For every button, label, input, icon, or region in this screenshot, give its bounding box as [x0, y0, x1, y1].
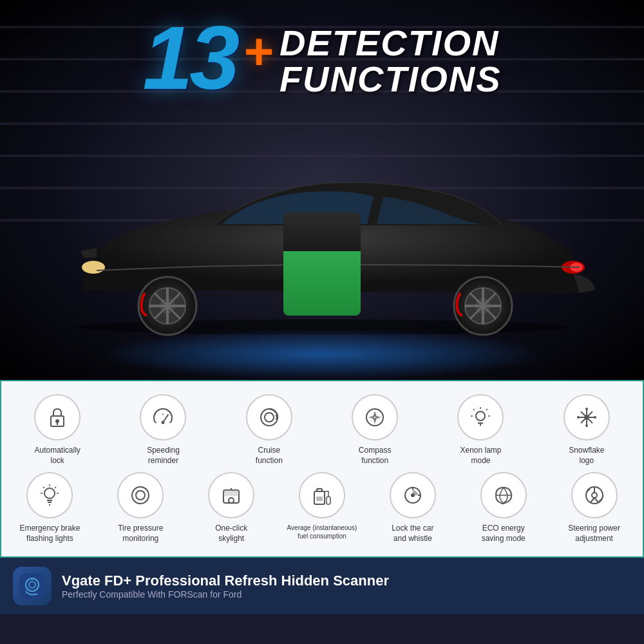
svg-point-27	[265, 413, 274, 422]
obd-device	[283, 213, 361, 316]
cruise-icon	[256, 404, 282, 430]
snowflake-icon-circle	[564, 394, 610, 440]
auto-lock-label: Automaticallylock	[34, 446, 80, 466]
features-row1: Automaticallylock Speedingreminder	[8, 394, 636, 466]
svg-point-62	[229, 498, 234, 503]
feature-xenon: Xenon lampmode	[431, 394, 530, 466]
svg-point-46	[577, 416, 580, 419]
svg-line-55	[43, 487, 44, 488]
footer-title: Vgate FD+ Professional Refresh Hidden Sc…	[62, 573, 389, 589]
lockwhistle-icon-circle	[390, 472, 436, 518]
feature-eco: ECO energysaving mode	[461, 472, 545, 544]
svg-point-19	[55, 419, 59, 423]
obd-top	[283, 213, 361, 251]
title-area: 13 + DETECTION FUNCTIONS	[0, 13, 644, 103]
tire-icon	[128, 482, 153, 508]
detection-line1: DETECTION	[279, 25, 500, 61]
speeding-icon-circle	[140, 394, 186, 440]
cruise-label: Cruisefunction	[256, 446, 283, 466]
svg-point-3	[82, 261, 105, 274]
svg-line-36	[473, 409, 475, 410]
big-number: 13	[142, 13, 236, 103]
eco-icon	[491, 482, 516, 508]
feature-auto-lock: Automaticallylock	[8, 394, 107, 466]
feature-snowflake: Snowflakelogo	[537, 394, 636, 466]
xenon-icon	[468, 404, 493, 430]
steering-icon-circle	[571, 472, 618, 518]
eco-label: ECO energysaving mode	[482, 524, 526, 544]
floor-glow	[97, 328, 547, 380]
feature-emergency: Emergency brakeflashing lights	[8, 472, 92, 544]
svg-point-49	[44, 488, 55, 498]
features-row2: Emergency brakeflashing lights Tire pres…	[8, 472, 636, 544]
tire-label: Tire pressuremonitoring	[118, 524, 163, 544]
feature-compass: Compassfunction	[325, 394, 424, 466]
xenon-label: Xenon lampmode	[460, 446, 501, 466]
bulb-icon	[37, 482, 62, 508]
fuel-icon	[309, 482, 335, 508]
snowflake-icon	[574, 404, 600, 430]
speedometer-icon	[150, 404, 176, 430]
obd-body	[283, 251, 361, 316]
svg-point-22	[162, 421, 165, 424]
detection-text: DETECTION FUNCTIONS	[279, 25, 502, 97]
svg-line-76	[591, 498, 594, 502]
feature-fuel: Average (instantaneous)fuel consumption	[280, 472, 365, 544]
snowflake-label: Snowflakelogo	[569, 446, 604, 466]
svg-point-45	[585, 424, 588, 427]
cruise-icon-circle	[246, 394, 292, 440]
detection-line2: FUNCTIONS	[279, 61, 502, 97]
footer-subtitle: Perfectly Compatible With FORScan for Fo…	[62, 589, 389, 600]
skylight-label: One-clickskylight	[215, 524, 247, 544]
skylight-icon	[218, 482, 244, 508]
tire-icon-circle	[117, 472, 164, 518]
feature-lockwhistle: Lock the carand whistle	[370, 472, 455, 544]
bottom-section: Vgate FD+ Professional Refresh Hidden Sc…	[0, 558, 644, 614]
svg-point-59	[136, 491, 145, 500]
svg-point-44	[585, 408, 588, 410]
svg-point-74	[592, 493, 597, 498]
app-logo-icon	[18, 572, 46, 600]
svg-point-70	[411, 493, 415, 497]
main-container: 13 + DETECTION FUNCTIONS	[0, 0, 644, 644]
lockcar-icon	[400, 482, 426, 508]
skylight-icon-circle	[208, 472, 254, 518]
svg-point-47	[594, 416, 596, 419]
app-icon	[13, 567, 52, 605]
feature-steering: Steering poweradjustment	[552, 472, 636, 544]
steering-label: Steering poweradjustment	[568, 524, 620, 544]
emergency-label: Emergency brakeflashing lights	[19, 524, 80, 544]
steering-icon	[582, 482, 607, 508]
svg-rect-68	[316, 497, 323, 501]
fuel-icon-circle	[299, 472, 345, 518]
svg-point-31	[374, 416, 376, 419]
svg-point-32	[476, 412, 485, 421]
lockwhistle-label: Lock the carand whistle	[392, 524, 433, 544]
xenon-icon-circle	[457, 394, 504, 440]
plus-sign: +	[243, 22, 273, 81]
svg-line-56	[55, 487, 56, 488]
svg-line-77	[594, 498, 598, 502]
svg-line-37	[486, 409, 488, 410]
svg-rect-61	[223, 490, 239, 496]
fuel-label: Average (instantaneous)fuel consumption	[287, 524, 357, 540]
lock-icon	[44, 404, 70, 430]
feature-speeding: Speedingreminder	[113, 394, 213, 466]
features-section: Automaticallylock Speedingreminder	[0, 380, 644, 558]
auto-lock-icon-circle	[34, 394, 80, 440]
feature-skylight: One-clickskylight	[189, 472, 274, 544]
compass-icon	[362, 404, 388, 430]
top-section: 13 + DETECTION FUNCTIONS	[0, 0, 644, 380]
bottom-text: Vgate FD+ Professional Refresh Hidden Sc…	[62, 573, 389, 600]
compass-icon-circle	[352, 394, 398, 440]
emergency-icon-circle	[26, 472, 73, 518]
feature-cruise: Cruisefunction	[220, 394, 319, 466]
speeding-label: Speedingreminder	[147, 446, 180, 466]
feature-tire: Tire pressuremonitoring	[99, 472, 183, 544]
compass-label: Compassfunction	[359, 446, 392, 466]
eco-icon-circle	[480, 472, 527, 518]
